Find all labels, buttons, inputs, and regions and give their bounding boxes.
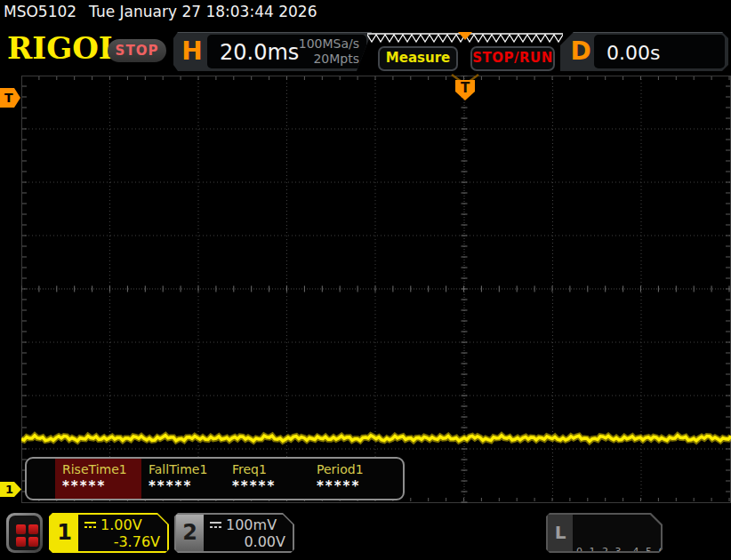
timebase-value: 20.0ms bbox=[220, 40, 299, 65]
rigol-logo: RIGOL bbox=[7, 30, 120, 66]
measurement-risetime[interactable]: RiseTime1 ***** bbox=[55, 459, 141, 499]
trigger-position-letter: T bbox=[461, 80, 470, 96]
channel2-values: 100mV 0.00V bbox=[204, 515, 293, 551]
logic-label: L bbox=[548, 515, 573, 551]
digital-channel-list: 0 1 2 3 4 5 6 7 8 9 10 11 12 13 14 15 bbox=[576, 521, 679, 560]
measurement-falltime[interactable]: FallTime1 ***** bbox=[141, 459, 225, 499]
trigger-position-marker[interactable]: T bbox=[449, 72, 481, 108]
digital-channels-body: L 0 1 2 3 4 5 6 7 8 9 10 11 12 13 14 15 bbox=[548, 515, 661, 551]
channel1-scale: 1.00V bbox=[100, 516, 142, 533]
horizontal-timebase-panel[interactable]: H 20.0ms 100MSa/s 20Mpts bbox=[173, 32, 372, 71]
channel1-number: 1 bbox=[51, 515, 78, 551]
channel1-ground-marker[interactable]: 1 bbox=[0, 482, 21, 497]
channel2-scale: 100mV bbox=[226, 516, 277, 533]
dc-coupling-icon bbox=[209, 521, 222, 531]
sample-rate-block: 100MSa/s 20Mpts bbox=[299, 36, 359, 67]
digital-channels-badge[interactable]: L 0 1 2 3 4 5 6 7 8 9 10 11 12 13 14 15 bbox=[546, 513, 663, 553]
quad-grid-square bbox=[16, 524, 26, 534]
measure-button[interactable]: Measure bbox=[378, 46, 458, 71]
multi-window-button-face bbox=[9, 516, 40, 550]
quad-grid-square bbox=[28, 524, 38, 534]
channel2-offset: 0.00V bbox=[209, 533, 285, 550]
sample-rate: 100MSa/s bbox=[299, 36, 359, 52]
channel1-offset: -3.76V bbox=[84, 533, 160, 550]
measurement-panel: RiseTime1 ***** FallTime1 ***** Freq1 **… bbox=[25, 457, 405, 500]
delay-label: D bbox=[567, 36, 594, 66]
waveform-overview-strip[interactable] bbox=[367, 31, 563, 45]
memory-depth: 20Mpts bbox=[299, 52, 359, 67]
quad-grid-square bbox=[16, 537, 26, 547]
graticule-grid bbox=[21, 76, 731, 503]
trigger-level-marker[interactable]: T bbox=[0, 88, 20, 108]
multi-window-button[interactable] bbox=[6, 513, 43, 553]
quad-grid-icon bbox=[16, 524, 38, 547]
channel2-badge[interactable]: 2 100mV 0.00V bbox=[174, 513, 294, 553]
datetime: Tue January 27 18:03:44 2026 bbox=[89, 3, 317, 20]
quad-grid-square bbox=[28, 537, 38, 547]
measurement-freq[interactable]: Freq1 ***** bbox=[225, 459, 309, 499]
oscilloscope-screen: MSO5102Tue January 27 18:03:44 2026 RIGO… bbox=[0, 0, 731, 560]
delay-inset: 0.00s bbox=[594, 35, 725, 68]
digital-row-1: 0 1 2 3 4 5 6 7 bbox=[576, 546, 679, 558]
channel1-values: 1.00V -3.76V bbox=[78, 515, 167, 551]
measurement-spacer bbox=[27, 459, 55, 499]
channel1-badge[interactable]: 1 1.00V -3.76V bbox=[49, 513, 169, 553]
horizontal-label: H bbox=[179, 36, 205, 66]
measurement-period[interactable]: Period1 ***** bbox=[309, 459, 400, 499]
acquisition-status-badge: STOP bbox=[108, 39, 166, 62]
overview-trigger-indicator-icon bbox=[458, 32, 472, 40]
dc-coupling-icon bbox=[84, 521, 97, 531]
timebase-inset: 20.0ms 100MSa/s 20Mpts bbox=[207, 35, 366, 68]
title-bar: MSO5102Tue January 27 18:03:44 2026 bbox=[4, 3, 317, 20]
channel2-number: 2 bbox=[176, 515, 204, 551]
model-name: MSO5102 bbox=[4, 3, 76, 20]
stop-run-button[interactable]: STOP/RUN bbox=[470, 46, 555, 71]
trigger-delay-panel[interactable]: D 0.00s bbox=[560, 32, 728, 71]
delay-value: 0.00s bbox=[606, 42, 660, 64]
